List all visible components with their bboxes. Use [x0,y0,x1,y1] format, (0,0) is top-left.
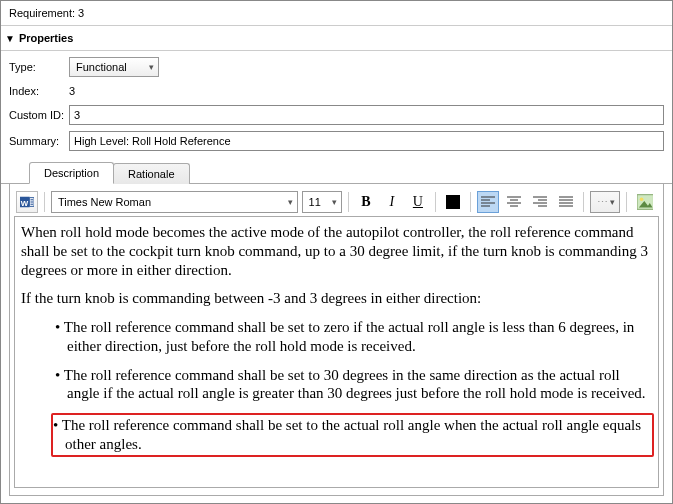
svg-point-24 [639,197,643,201]
summary-input[interactable] [69,131,664,151]
svg-text:W: W [21,199,29,208]
type-select-value: Functional [76,61,127,73]
align-center-button[interactable] [503,191,525,213]
toolbar-sep [435,192,436,212]
bold-button[interactable]: B [355,191,377,213]
font-family-select[interactable]: Times New Roman ▾ [51,191,298,213]
toolbar-sep [626,192,627,212]
editor-paragraph: When roll hold mode becomes the active m… [21,223,652,279]
tab-rationale[interactable]: Rationale [113,163,189,184]
align-left-button[interactable] [477,191,499,213]
chevron-down-icon: ▾ [610,197,615,207]
tab-rationale-label: Rationale [128,168,174,180]
type-label: Type: [9,61,69,73]
requirement-header: Requirement: 3 [1,1,672,26]
color-swatch-icon [446,195,460,209]
font-family-value: Times New Roman [58,196,151,208]
insert-image-button[interactable] [633,191,657,213]
list-item-highlighted: The roll reference command shall be set … [51,413,654,457]
summary-label: Summary: [9,135,69,147]
editor-toolbar: W Times New Roman ▾ 11 ▾ B I U [14,188,659,216]
italic-button[interactable]: I [381,191,403,213]
index-label: Index: [9,85,69,97]
chevron-down-icon: ▾ [288,197,293,207]
properties-label: Properties [19,32,73,44]
properties-section-header[interactable]: ▼ Properties [1,26,672,51]
list-item: The roll reference command shall be set … [55,366,652,404]
toolbar-sep [583,192,584,212]
toolbar-sep [470,192,471,212]
index-value: 3 [69,83,75,99]
caret-down-icon: ▼ [5,33,15,44]
type-select[interactable]: Functional ▾ [69,57,159,77]
editor-paragraph: If the turn knob is commanding between -… [21,289,652,308]
tab-description[interactable]: Description [29,162,114,184]
properties-form: Type: Functional ▾ Index: 3 Custom ID: S… [1,51,672,155]
word-icon[interactable]: W [16,191,38,213]
toolbar-sep [44,192,45,212]
tab-body: W Times New Roman ▾ 11 ▾ B I U [9,184,664,496]
font-color-button[interactable] [442,191,464,213]
font-size-select[interactable]: 11 ▾ [302,191,342,213]
rich-text-editor[interactable]: When roll hold mode becomes the active m… [14,216,659,488]
tab-description-label: Description [44,167,99,179]
chevron-down-icon: ▾ [332,197,337,207]
align-right-button[interactable] [529,191,551,213]
align-justify-button[interactable] [555,191,577,213]
tab-bar: Description Rationale [1,155,672,184]
underline-button[interactable]: U [407,191,429,213]
toolbar-sep [348,192,349,212]
editor-list: The roll reference command shall be set … [21,318,652,457]
chevron-down-icon: ▾ [149,62,154,72]
customid-label: Custom ID: [9,109,69,121]
paragraph-style-select[interactable]: ⋯ ▾ [590,191,620,213]
font-size-value: 11 [309,196,321,208]
paragraph-style-value: ⋯ [597,196,608,209]
list-item: The roll reference command shall be set … [55,318,652,356]
requirement-title: Requirement: 3 [9,7,84,19]
customid-input[interactable] [69,105,664,125]
